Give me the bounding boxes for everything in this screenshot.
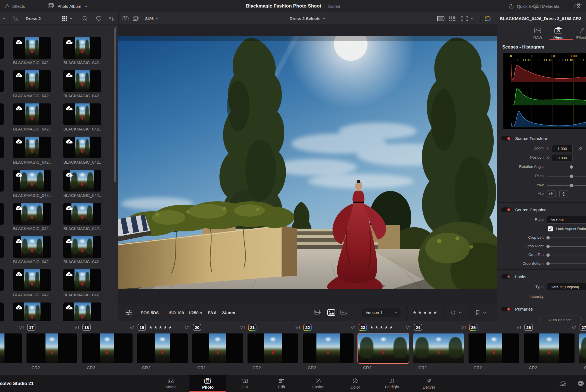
tab-photo[interactable]: Photo <box>547 27 570 40</box>
clip-number-badge[interactable]: 22 <box>303 324 312 331</box>
filmstrip-thumbnail[interactable] <box>303 333 354 363</box>
rotation-angle-slider[interactable] <box>547 167 586 167</box>
search-button[interactable] <box>82 12 88 25</box>
media-thumbnail-cell[interactable]: BLACKMAGIC_042... <box>13 236 51 264</box>
filmstrip-cell[interactable]: V117CR2 <box>27 321 82 375</box>
media-thumbnail-cell[interactable] <box>0 70 4 92</box>
media-thumbnail-cell[interactable] <box>0 269 4 291</box>
media-thumbnail[interactable] <box>13 269 51 291</box>
look-type-dropdown[interactable]: Default (Original) <box>547 283 586 291</box>
rotation-angle-slider-thumb[interactable] <box>570 165 573 169</box>
reject-image-button[interactable] <box>340 304 348 321</box>
crop-right-slider-thumb[interactable] <box>546 245 550 248</box>
media-thumbnail-cell[interactable]: BLACKMAGIC_042... <box>63 203 101 231</box>
version-dropdown[interactable]: Version 1 <box>362 308 401 317</box>
pitch-slider[interactable] <box>547 176 586 176</box>
media-thumbnail[interactable] <box>13 303 51 321</box>
media-thumbnail[interactable] <box>0 103 4 125</box>
filmstrip-thumbnail[interactable] <box>0 333 22 363</box>
ratio-dropdown[interactable]: As Shot <box>547 216 586 224</box>
nav-tab-cut[interactable]: Cut <box>226 375 263 392</box>
bookmark-dropdown[interactable] <box>476 304 486 321</box>
media-thumbnail[interactable] <box>63 236 101 258</box>
source-transform-toggle[interactable] <box>501 136 511 141</box>
adjustments-icon[interactable] <box>125 304 132 321</box>
media-thumbnail-cell[interactable] <box>0 37 4 59</box>
clip-number-badge[interactable]: 24 <box>414 324 422 331</box>
media-thumbnail[interactable] <box>63 203 101 225</box>
media-thumbnail[interactable] <box>13 103 51 125</box>
filmstrip-thumbnail[interactable] <box>137 333 188 363</box>
filmstrip-thumbnail[interactable] <box>82 333 133 363</box>
media-thumbnail-cell[interactable]: BLACKMAGIC_042... <box>63 269 101 297</box>
media-thumbnail[interactable] <box>63 70 101 92</box>
media-thumbnail-cell[interactable] <box>0 137 4 158</box>
media-thumbnail-cell[interactable]: BLACKMAGIC_042... <box>13 269 51 297</box>
clip-number-badge[interactable]: 27 <box>580 324 586 331</box>
single-view-button[interactable] <box>437 12 445 25</box>
link-icon[interactable] <box>578 146 583 151</box>
zoom-value-field[interactable]: 1.000 <box>552 145 573 152</box>
rate-favorite-button[interactable] <box>314 304 321 321</box>
media-thumbnail-cell[interactable]: BLACKMAGIC_042... <box>13 303 51 321</box>
looks-toggle[interactable] <box>501 274 511 279</box>
sort-button[interactable] <box>108 12 115 25</box>
collapse-sidebar-button[interactable] <box>2 12 5 25</box>
media-thumbnail[interactable] <box>0 37 4 59</box>
media-thumbnail-cell[interactable] <box>0 203 4 225</box>
chat-button[interactable] <box>577 380 584 387</box>
source-cropping-toggle[interactable] <box>501 207 511 212</box>
media-thumbnail-cell[interactable]: BLACKMAGIC_042... <box>63 303 101 321</box>
clip-number-badge[interactable]: 17 <box>27 324 35 331</box>
media-thumbnail-cell[interactable] <box>0 103 4 125</box>
clip-number-badge[interactable]: 21 <box>248 324 256 331</box>
cloud-sync-button[interactable] <box>559 380 568 387</box>
filmstrip-thumbnail[interactable] <box>27 333 77 363</box>
media-thumbnail[interactable] <box>63 170 101 192</box>
filmstrip-thumbnail[interactable] <box>579 333 586 363</box>
media-thumbnail[interactable] <box>0 170 4 192</box>
media-thumbnail[interactable] <box>13 137 51 158</box>
nav-tab-photo[interactable]: Photo <box>189 375 226 392</box>
filmstrip-thumbnail-selected[interactable] <box>358 333 409 363</box>
filmstrip-thumbnail[interactable] <box>248 333 298 363</box>
media-thumbnail[interactable] <box>0 137 4 158</box>
media-thumbnail-cell[interactable]: BLACKMAGIC_042... <box>13 137 51 164</box>
clip-number-badge[interactable]: 18 <box>82 324 91 331</box>
filmstrip-cell[interactable]: V123★★★★★CR2 <box>358 321 413 375</box>
unlink-button[interactable] <box>12 12 19 25</box>
crop-bottom-slider[interactable] <box>547 263 586 264</box>
collection-name[interactable]: Dress 2 <box>26 12 41 25</box>
filmstrip-thumbnail[interactable] <box>413 333 464 363</box>
yaw-slider[interactable] <box>547 185 586 186</box>
crop-bottom-slider-thumb[interactable] <box>546 262 550 265</box>
media-thumbnail-cell[interactable] <box>0 236 4 258</box>
color-flag-dropdown[interactable] <box>451 304 462 321</box>
crop-top-slider[interactable] <box>547 255 586 255</box>
media-thumbnail[interactable] <box>13 236 51 258</box>
grid-view-button[interactable] <box>449 12 456 25</box>
nav-tab-color[interactable]: Color <box>337 375 374 392</box>
camera-metadata-button[interactable] <box>574 0 583 12</box>
crop-top-slider-thumb[interactable] <box>546 253 550 257</box>
media-thumbnail-cell[interactable] <box>0 170 4 192</box>
clip-number-badge[interactable]: 19 <box>138 324 146 331</box>
filmstrip-cell[interactable]: V122CR2 <box>303 321 358 375</box>
nav-tab-edit[interactable]: Edit <box>263 375 300 392</box>
filmstrip-cell[interactable]: V124CR2 <box>413 321 469 375</box>
filmstrip-cell[interactable]: V121CR2 <box>248 321 303 375</box>
media-thumbnail[interactable] <box>13 170 51 192</box>
lock-aspect-checkbox[interactable] <box>548 226 553 231</box>
pick-image-button-active[interactable] <box>327 304 335 321</box>
media-thumbnail-cell[interactable]: BLACKMAGIC_042... <box>13 103 51 131</box>
media-thumbnail-cell[interactable]: BLACKMAGIC_042... <box>63 170 101 198</box>
media-thumbnail-cell[interactable]: BLACKMAGIC_042... <box>13 203 51 231</box>
media-thumbnail-cell[interactable]: BLACKMAGIC_042... <box>63 137 101 164</box>
filmstrip-thumbnail[interactable] <box>192 333 243 363</box>
intensity-slider[interactable] <box>547 297 586 297</box>
media-thumbnail-cell[interactable]: BLACKMAGIC_042... <box>63 70 101 98</box>
fit-zoom-dropdown[interactable] <box>461 12 474 25</box>
nav-tab-media[interactable]: Media <box>153 375 189 392</box>
clip-number-badge[interactable]: 26 <box>524 324 533 331</box>
photo-preview[interactable] <box>118 36 497 289</box>
